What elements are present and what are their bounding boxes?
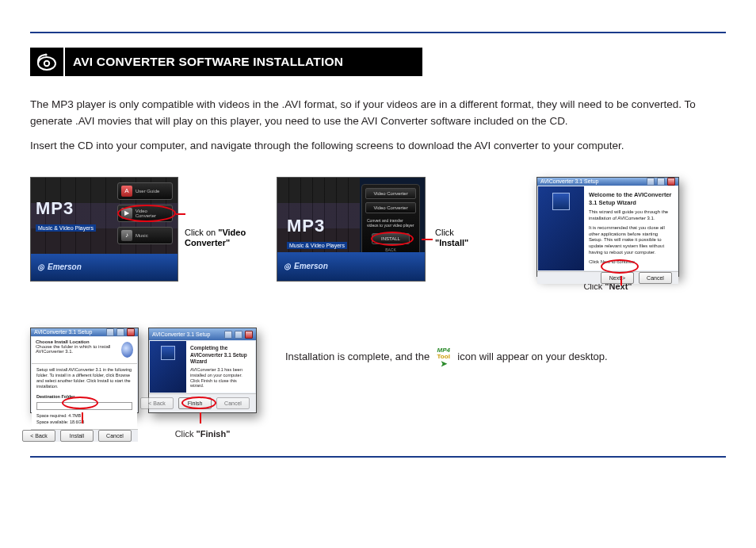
section-banner: AVI CONVERTER SOFTWARE INSTALLATION [30, 48, 422, 76]
highlight-ring [601, 259, 639, 274]
callout-line [422, 239, 433, 240]
intro-text: The MP3 player is only compatible with v… [30, 97, 726, 155]
wizard-header: Choose Install Location Choose the folde… [32, 337, 137, 364]
minimize-icon[interactable] [647, 178, 655, 186]
minimize-icon[interactable] [106, 328, 114, 336]
brand-footer: ◎ Emerson [31, 254, 178, 281]
bottom-divider [30, 456, 726, 458]
wizard-heading: Completing the AVIConverter 3.1 Setup Wi… [190, 345, 251, 364]
close-icon[interactable] [127, 328, 135, 336]
note-before: Installation is complete, and the [285, 351, 433, 362]
screenshot-step3-wrap: AVIConverter 3.1 Setup Welcome to the AV… [536, 177, 679, 291]
callout-line [620, 276, 622, 285]
panel-title: Video Converter [365, 188, 416, 199]
screenshot-step5-wrap: AVIConverter 3.1 Setup Completing the AV… [148, 328, 257, 439]
menu-label: User Guide [136, 189, 159, 194]
wizard-button-row: < Back Install Cancel [31, 429, 138, 442]
maximize-icon[interactable] [116, 328, 124, 336]
minimize-icon[interactable] [224, 331, 232, 339]
note-after: icon will appear on your desktop. [457, 351, 607, 362]
maximize-icon[interactable] [235, 331, 242, 339]
caption-text: Click on [185, 228, 218, 237]
cancel-button[interactable]: Cancel [639, 272, 672, 284]
caption-strong: "Install" [435, 238, 468, 247]
wizard-button-row: Next > Cancel [537, 271, 678, 284]
wizard-side-panel [538, 186, 584, 270]
screenshot-step1: MP3 Music & Video Players A User Guide ▶… [30, 177, 178, 282]
window-title: AVIConverter 3.1 Setup [540, 178, 598, 184]
screenshot-step4-wrap: AVIConverter 3.1 Setup Choose Install Lo… [30, 328, 139, 439]
window-title: AVIConverter 3.1 Setup [152, 331, 210, 337]
video-converter-icon [30, 48, 65, 76]
callout-line [176, 213, 185, 215]
caption-strong: "Finish" [197, 429, 231, 439]
window-titlebar: AVIConverter 3.1 Setup [149, 328, 256, 341]
wizard-body2: It is recommended that you close all oth… [589, 225, 673, 256]
wizard-heading: Welcome to the AVIConverter 3.1 Setup Wi… [589, 191, 673, 207]
menu-item-userguide[interactable]: A User Guide [117, 182, 173, 200]
top-divider [30, 32, 726, 33]
wizard-side-panel [150, 341, 186, 393]
install-panel: Video Converter Video Converter Convert … [361, 184, 420, 260]
callout-line [200, 412, 201, 423]
intro-paragraph-1: The MP3 player is only compatible with v… [30, 97, 726, 130]
screenshot-step3: AVIConverter 3.1 Setup Welcome to the AV… [536, 177, 679, 277]
screenshot-row-1: MP3 Music & Video Players A User Guide ▶… [30, 177, 726, 291]
panel-description: Convert and transfer videos to your vide… [365, 217, 416, 230]
panel-subtitle: Video Converter [365, 202, 416, 213]
wizard-hdr-sub: Choose the folder in which to install AV… [36, 344, 121, 354]
cancel-button[interactable]: Cancel [98, 430, 132, 442]
screenshot-step2: MP3 Music & Video Players Video Converte… [277, 177, 426, 282]
highlight-ring [62, 397, 98, 409]
footer-logo-icon: ◎ [284, 262, 291, 270]
section-title: AVI CONVERTER SOFTWARE INSTALLATION [65, 48, 422, 76]
svg-point-0 [38, 57, 55, 70]
space-required: Space required: 4.7MB [36, 413, 132, 419]
footer-brand: Emerson [294, 262, 328, 270]
close-icon[interactable] [667, 178, 675, 186]
menu-item-music[interactable]: ♪ Music [117, 227, 173, 244]
wizard-text: Welcome to the AVIConverter 3.1 Setup Wi… [584, 186, 678, 270]
wizard-body: AVIConverter 3.1 has been installed on y… [190, 367, 251, 389]
completion-note: Installation is complete, and the MP4 To… [285, 347, 608, 369]
arrow-icon: ➤ [441, 360, 447, 368]
cancel-button[interactable]: Cancel [216, 397, 250, 409]
wizard-body1: This wizard will guide you through the i… [589, 209, 673, 222]
next-button[interactable]: Next > [601, 272, 634, 284]
wizard-side-icon [161, 346, 175, 360]
space-available: Space available: 18.6GB [36, 420, 132, 425]
footer-logo-icon: ◎ [37, 263, 44, 271]
wizard-side-icon [552, 193, 570, 210]
back-button[interactable]: < Back [140, 397, 174, 409]
pdf-icon: A [121, 186, 132, 197]
caption-text: Click [175, 429, 197, 439]
window-title: AVIConverter 3.1 Setup [34, 329, 92, 335]
menu-label: Music [136, 233, 148, 238]
install-button[interactable]: Install [60, 430, 94, 442]
back-button[interactable]: < Back [22, 430, 55, 442]
screenshot-step5: AVIConverter 3.1 Setup Completing the AV… [148, 328, 257, 413]
brand-footer: ◎ Emerson [277, 252, 425, 281]
svg-point-1 [44, 61, 49, 66]
maximize-icon[interactable] [657, 178, 665, 186]
footer-brand: Emerson [48, 263, 82, 271]
callout-line [82, 412, 83, 423]
wizard-mid-text: Setup will install AVIConverter 3.1 in t… [36, 367, 132, 390]
mp4tool-icon: MP4 Tool ➤ [433, 347, 455, 369]
highlight-ring [181, 397, 216, 409]
caption-step2: Click "Install" [435, 228, 487, 248]
caption-text: Click [435, 228, 454, 237]
caption-step5: Click "Finish" [175, 429, 231, 439]
caption-step1: Click on "Video Converter" [185, 228, 256, 248]
screenshot-row-2: AVIConverter 3.1 Setup Choose Install Lo… [30, 328, 726, 439]
intro-paragraph-2: Insert the CD into your computer, and na… [30, 138, 726, 155]
window-titlebar: AVIConverter 3.1 Setup [537, 178, 678, 186]
wizard-text: Completing the AVIConverter 3.1 Setup Wi… [186, 341, 255, 393]
wizard-header-icon [121, 342, 133, 358]
highlight-ring [371, 232, 414, 246]
highlight-ring [117, 205, 176, 222]
svg-point-2 [44, 53, 47, 56]
music-icon: ♪ [121, 230, 132, 241]
mp3-logo: MP3 Music & Video Players [287, 216, 347, 251]
close-icon[interactable] [245, 331, 253, 339]
